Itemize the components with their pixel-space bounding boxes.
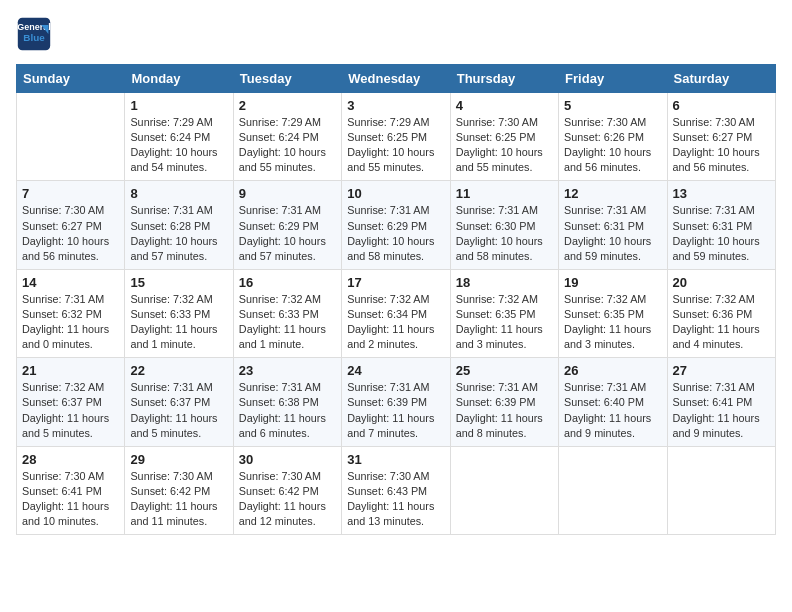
calendar-cell: 21Sunrise: 7:32 AMSunset: 6:37 PMDayligh… <box>17 358 125 446</box>
calendar-cell: 13Sunrise: 7:31 AMSunset: 6:31 PMDayligh… <box>667 181 775 269</box>
day-number: 17 <box>347 275 444 290</box>
calendar-week-4: 21Sunrise: 7:32 AMSunset: 6:37 PMDayligh… <box>17 358 776 446</box>
calendar-cell: 1Sunrise: 7:29 AMSunset: 6:24 PMDaylight… <box>125 93 233 181</box>
col-header-friday: Friday <box>559 65 667 93</box>
calendar-cell: 17Sunrise: 7:32 AMSunset: 6:34 PMDayligh… <box>342 269 450 357</box>
day-number: 29 <box>130 452 227 467</box>
day-info: Sunrise: 7:32 AMSunset: 6:36 PMDaylight:… <box>673 292 770 352</box>
day-info: Sunrise: 7:30 AMSunset: 6:42 PMDaylight:… <box>130 469 227 529</box>
calendar-cell: 23Sunrise: 7:31 AMSunset: 6:38 PMDayligh… <box>233 358 341 446</box>
day-number: 7 <box>22 186 119 201</box>
logo: General Blue <box>16 16 56 52</box>
calendar-cell: 29Sunrise: 7:30 AMSunset: 6:42 PMDayligh… <box>125 446 233 534</box>
calendar-cell: 2Sunrise: 7:29 AMSunset: 6:24 PMDaylight… <box>233 93 341 181</box>
day-info: Sunrise: 7:32 AMSunset: 6:34 PMDaylight:… <box>347 292 444 352</box>
calendar-cell <box>450 446 558 534</box>
calendar-cell <box>667 446 775 534</box>
calendar-cell: 9Sunrise: 7:31 AMSunset: 6:29 PMDaylight… <box>233 181 341 269</box>
calendar-cell: 11Sunrise: 7:31 AMSunset: 6:30 PMDayligh… <box>450 181 558 269</box>
calendar-week-3: 14Sunrise: 7:31 AMSunset: 6:32 PMDayligh… <box>17 269 776 357</box>
day-number: 14 <box>22 275 119 290</box>
day-info: Sunrise: 7:32 AMSunset: 6:33 PMDaylight:… <box>130 292 227 352</box>
day-info: Sunrise: 7:30 AMSunset: 6:26 PMDaylight:… <box>564 115 661 175</box>
day-number: 11 <box>456 186 553 201</box>
day-number: 15 <box>130 275 227 290</box>
day-info: Sunrise: 7:30 AMSunset: 6:42 PMDaylight:… <box>239 469 336 529</box>
calendar-cell: 24Sunrise: 7:31 AMSunset: 6:39 PMDayligh… <box>342 358 450 446</box>
day-info: Sunrise: 7:30 AMSunset: 6:27 PMDaylight:… <box>673 115 770 175</box>
calendar-cell: 30Sunrise: 7:30 AMSunset: 6:42 PMDayligh… <box>233 446 341 534</box>
calendar-cell: 16Sunrise: 7:32 AMSunset: 6:33 PMDayligh… <box>233 269 341 357</box>
calendar-week-2: 7Sunrise: 7:30 AMSunset: 6:27 PMDaylight… <box>17 181 776 269</box>
day-info: Sunrise: 7:32 AMSunset: 6:37 PMDaylight:… <box>22 380 119 440</box>
day-number: 18 <box>456 275 553 290</box>
calendar-table: SundayMondayTuesdayWednesdayThursdayFrid… <box>16 64 776 535</box>
day-info: Sunrise: 7:30 AMSunset: 6:41 PMDaylight:… <box>22 469 119 529</box>
day-number: 30 <box>239 452 336 467</box>
calendar-cell: 31Sunrise: 7:30 AMSunset: 6:43 PMDayligh… <box>342 446 450 534</box>
page-header: General Blue <box>16 16 776 52</box>
day-number: 2 <box>239 98 336 113</box>
calendar-cell: 7Sunrise: 7:30 AMSunset: 6:27 PMDaylight… <box>17 181 125 269</box>
day-info: Sunrise: 7:30 AMSunset: 6:27 PMDaylight:… <box>22 203 119 263</box>
calendar-week-5: 28Sunrise: 7:30 AMSunset: 6:41 PMDayligh… <box>17 446 776 534</box>
day-number: 25 <box>456 363 553 378</box>
calendar-cell: 12Sunrise: 7:31 AMSunset: 6:31 PMDayligh… <box>559 181 667 269</box>
col-header-saturday: Saturday <box>667 65 775 93</box>
calendar-cell: 26Sunrise: 7:31 AMSunset: 6:40 PMDayligh… <box>559 358 667 446</box>
day-number: 22 <box>130 363 227 378</box>
day-info: Sunrise: 7:32 AMSunset: 6:33 PMDaylight:… <box>239 292 336 352</box>
calendar-cell: 3Sunrise: 7:29 AMSunset: 6:25 PMDaylight… <box>342 93 450 181</box>
day-number: 4 <box>456 98 553 113</box>
calendar-cell: 15Sunrise: 7:32 AMSunset: 6:33 PMDayligh… <box>125 269 233 357</box>
calendar-cell: 19Sunrise: 7:32 AMSunset: 6:35 PMDayligh… <box>559 269 667 357</box>
calendar-cell: 27Sunrise: 7:31 AMSunset: 6:41 PMDayligh… <box>667 358 775 446</box>
day-info: Sunrise: 7:32 AMSunset: 6:35 PMDaylight:… <box>564 292 661 352</box>
day-info: Sunrise: 7:31 AMSunset: 6:39 PMDaylight:… <box>347 380 444 440</box>
day-info: Sunrise: 7:32 AMSunset: 6:35 PMDaylight:… <box>456 292 553 352</box>
svg-text:Blue: Blue <box>23 32 45 43</box>
day-number: 16 <box>239 275 336 290</box>
day-number: 9 <box>239 186 336 201</box>
day-info: Sunrise: 7:31 AMSunset: 6:31 PMDaylight:… <box>564 203 661 263</box>
day-info: Sunrise: 7:31 AMSunset: 6:31 PMDaylight:… <box>673 203 770 263</box>
day-number: 28 <box>22 452 119 467</box>
day-info: Sunrise: 7:31 AMSunset: 6:37 PMDaylight:… <box>130 380 227 440</box>
day-number: 8 <box>130 186 227 201</box>
day-number: 20 <box>673 275 770 290</box>
col-header-wednesday: Wednesday <box>342 65 450 93</box>
day-info: Sunrise: 7:30 AMSunset: 6:25 PMDaylight:… <box>456 115 553 175</box>
calendar-cell: 10Sunrise: 7:31 AMSunset: 6:29 PMDayligh… <box>342 181 450 269</box>
calendar-cell: 6Sunrise: 7:30 AMSunset: 6:27 PMDaylight… <box>667 93 775 181</box>
calendar-cell: 20Sunrise: 7:32 AMSunset: 6:36 PMDayligh… <box>667 269 775 357</box>
day-number: 23 <box>239 363 336 378</box>
day-info: Sunrise: 7:31 AMSunset: 6:29 PMDaylight:… <box>239 203 336 263</box>
day-info: Sunrise: 7:31 AMSunset: 6:41 PMDaylight:… <box>673 380 770 440</box>
day-number: 21 <box>22 363 119 378</box>
day-number: 1 <box>130 98 227 113</box>
logo-icon: General Blue <box>16 16 52 52</box>
day-info: Sunrise: 7:31 AMSunset: 6:32 PMDaylight:… <box>22 292 119 352</box>
calendar-cell: 25Sunrise: 7:31 AMSunset: 6:39 PMDayligh… <box>450 358 558 446</box>
day-info: Sunrise: 7:29 AMSunset: 6:24 PMDaylight:… <box>239 115 336 175</box>
col-header-monday: Monday <box>125 65 233 93</box>
col-header-tuesday: Tuesday <box>233 65 341 93</box>
day-number: 26 <box>564 363 661 378</box>
day-number: 19 <box>564 275 661 290</box>
day-info: Sunrise: 7:31 AMSunset: 6:30 PMDaylight:… <box>456 203 553 263</box>
day-number: 5 <box>564 98 661 113</box>
calendar-cell: 8Sunrise: 7:31 AMSunset: 6:28 PMDaylight… <box>125 181 233 269</box>
calendar-cell <box>559 446 667 534</box>
day-number: 12 <box>564 186 661 201</box>
day-info: Sunrise: 7:31 AMSunset: 6:38 PMDaylight:… <box>239 380 336 440</box>
col-header-sunday: Sunday <box>17 65 125 93</box>
day-number: 3 <box>347 98 444 113</box>
calendar-header-row: SundayMondayTuesdayWednesdayThursdayFrid… <box>17 65 776 93</box>
day-number: 27 <box>673 363 770 378</box>
calendar-cell: 14Sunrise: 7:31 AMSunset: 6:32 PMDayligh… <box>17 269 125 357</box>
day-number: 13 <box>673 186 770 201</box>
day-number: 6 <box>673 98 770 113</box>
calendar-cell: 5Sunrise: 7:30 AMSunset: 6:26 PMDaylight… <box>559 93 667 181</box>
day-info: Sunrise: 7:31 AMSunset: 6:28 PMDaylight:… <box>130 203 227 263</box>
calendar-cell <box>17 93 125 181</box>
